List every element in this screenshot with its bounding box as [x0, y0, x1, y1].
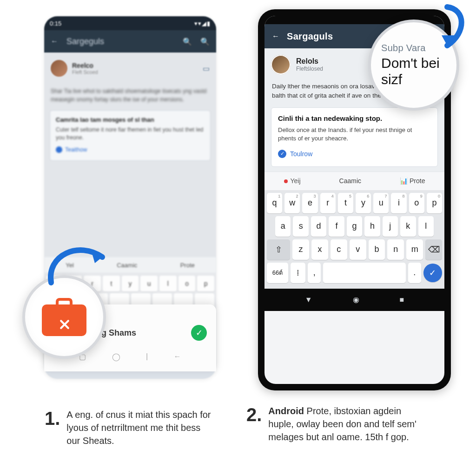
nav-recent-icon[interactable]: ■	[399, 296, 404, 304]
key-f[interactable]: f	[329, 216, 344, 237]
suggest-mid[interactable]: Caamic	[117, 262, 137, 269]
key-g[interactable]: g	[347, 216, 362, 237]
card-body: Dellox once at the Inands. if fel your n…	[278, 126, 431, 143]
check-icon	[278, 150, 286, 158]
android-nav-bar: ▼ ◉ ■	[264, 289, 444, 311]
author-name: Relols	[296, 57, 323, 66]
info-card: Cinli thi a tan nedewaking stop. Dellox …	[271, 107, 438, 166]
status-bar: 0:15 ▾▾◢▮	[44, 16, 216, 30]
key[interactable]: p	[197, 276, 214, 291]
back-icon[interactable]: ←	[51, 37, 58, 46]
app-bar: ← Sargeguls 🔍 🔍	[44, 30, 216, 53]
key[interactable]: o	[178, 276, 196, 291]
card-chip[interactable]: Teaithow	[56, 146, 87, 153]
check-icon	[56, 146, 62, 153]
card-chip[interactable]: Toulrow	[278, 150, 312, 158]
key-u[interactable]: u7	[373, 193, 389, 213]
key-backspace[interactable]: ⌫	[425, 239, 442, 260]
key-v[interactable]: v	[350, 239, 366, 260]
key-numeric[interactable]: 66ต์	[267, 263, 288, 283]
nav-home-icon[interactable]: ◯	[112, 352, 120, 361]
key-t[interactable]: t5	[338, 193, 353, 213]
key-z[interactable]: z	[292, 239, 309, 260]
curved-arrow-icon	[415, 0, 470, 56]
caption-number: 2.	[246, 404, 262, 443]
nav-back-icon[interactable]: ▼	[305, 296, 312, 304]
key-e[interactable]: e3	[302, 193, 317, 213]
key-comma[interactable]: ,	[308, 263, 321, 283]
key-c[interactable]: c	[331, 239, 347, 260]
key-o[interactable]: o9	[409, 193, 424, 213]
key-w[interactable]: w2	[284, 193, 300, 213]
key-q[interactable]: q1	[267, 193, 282, 213]
search-icon[interactable]: 🔍	[200, 37, 210, 46]
key-s[interactable]: s	[293, 216, 308, 237]
key[interactable]: l	[159, 276, 177, 291]
author-row: Reelco Fleft Scoed ▭	[48, 56, 212, 80]
card-body: Cuter telf seltome it nore fiar fhemen i…	[56, 126, 205, 142]
zoom-text-line1: Dom't bei	[381, 55, 446, 72]
zoom-text-line2: sizf	[381, 72, 446, 88]
nav-home-icon[interactable]: ◉	[353, 295, 359, 304]
status-time: 0:15	[50, 20, 61, 27]
caption-text: Android Prote, ibstoxian agdein huple, o…	[268, 404, 417, 443]
card-heading: Camrita lao tam mosges of sl than	[56, 116, 205, 123]
caption-number: 1.	[45, 408, 60, 447]
keyboard: q1 w2 e3 r4 t5 y6 u7 i8 o9 p0 a s d f g	[264, 190, 444, 289]
confirm-check-icon[interactable]: ✓	[191, 325, 207, 341]
nav-back-icon[interactable]: ←	[174, 352, 181, 361]
author-subtitle: Fleft Scoed	[72, 69, 98, 75]
suggest-mid[interactable]: Caamic	[339, 177, 361, 185]
key[interactable]: y	[122, 276, 139, 291]
author-name: Reelco	[72, 62, 98, 69]
caption-text: A eng. of cnus it miat this spach for ly…	[66, 408, 215, 447]
search-icon[interactable]: 🔍	[183, 37, 192, 46]
key-l[interactable]: l	[418, 216, 434, 237]
key-i[interactable]: i8	[391, 193, 406, 213]
key-m[interactable]: m	[406, 239, 423, 260]
card-heading: Cinli thi a tan nedewaking stop.	[278, 114, 431, 122]
content-area: Reelco Fleft Scoed ▭ Shar Tia live whot …	[44, 53, 216, 257]
suggest-left[interactable]: Yeij	[284, 177, 301, 185]
suggest-right[interactable]: 📊 Prote	[400, 177, 425, 185]
key-d[interactable]: d	[311, 216, 326, 237]
key-j[interactable]: j	[383, 216, 398, 237]
briefcase-x-icon	[42, 298, 86, 336]
caption-2: 2. Android Prote, ibstoxian agdein huple…	[246, 404, 417, 443]
status-indicators: ▾▾◢▮	[194, 20, 211, 27]
key-y[interactable]: y6	[356, 193, 371, 213]
suggestion-bar: Yeij Caamic 📊 Prote	[264, 172, 444, 190]
info-card: Camrita lao tam mosges of sl than Cuter …	[50, 110, 211, 161]
key-a[interactable]: a	[275, 216, 291, 237]
key-r[interactable]: r4	[320, 193, 336, 213]
key-k[interactable]: k	[400, 216, 416, 237]
bookmark-icon[interactable]: ▭	[203, 64, 210, 73]
author-subtitle: Fleftślosed	[296, 66, 323, 72]
app-title: Sargeguls	[66, 37, 104, 46]
key-x[interactable]: x	[311, 239, 328, 260]
key-space[interactable]	[323, 263, 405, 283]
caption-1: 1. A eng. of cnus it miat this spach for…	[45, 408, 215, 447]
app-title: Sargaguls	[287, 31, 333, 42]
key-n[interactable]: n	[387, 239, 404, 260]
avatar	[271, 55, 291, 74]
key-h[interactable]: h	[364, 216, 380, 237]
back-icon[interactable]: ←	[272, 32, 279, 40]
nav-divider: |	[146, 352, 148, 361]
key-b[interactable]: b	[369, 239, 385, 260]
key-period[interactable]: .	[408, 263, 421, 283]
body-paragraph: Shar Tia live whot to sakthald shoematsi…	[51, 87, 210, 104]
key-enter[interactable]: ✓	[423, 264, 442, 282]
avatar	[51, 60, 67, 77]
curved-arrow-icon	[42, 236, 116, 292]
key[interactable]: u	[140, 276, 158, 291]
key-sym[interactable]: ⁞	[291, 263, 305, 283]
suggest-right[interactable]: Prote	[180, 262, 195, 269]
key-p[interactable]: p0	[427, 193, 442, 213]
key-shift[interactable]: ⇧	[267, 239, 290, 260]
